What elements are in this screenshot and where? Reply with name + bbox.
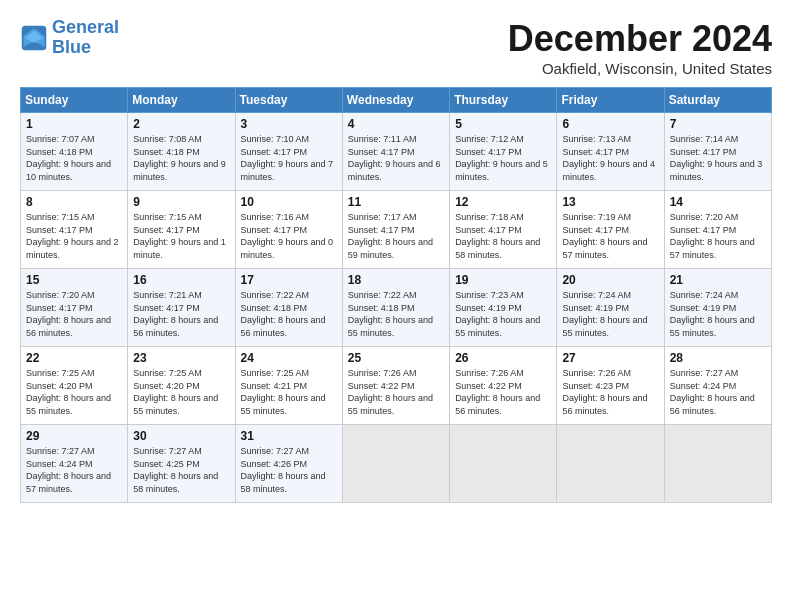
day-cell: 4 Sunrise: 7:11 AMSunset: 4:17 PMDayligh… <box>342 113 449 191</box>
day-number: 20 <box>562 273 659 287</box>
col-header-thursday: Thursday <box>450 88 557 113</box>
day-cell: 3 Sunrise: 7:10 AMSunset: 4:17 PMDayligh… <box>235 113 342 191</box>
day-cell <box>450 425 557 503</box>
day-info: Sunrise: 7:21 AMSunset: 4:17 PMDaylight:… <box>133 289 230 339</box>
day-info: Sunrise: 7:15 AMSunset: 4:17 PMDaylight:… <box>133 211 230 261</box>
day-info: Sunrise: 7:24 AMSunset: 4:19 PMDaylight:… <box>670 289 767 339</box>
day-cell: 30 Sunrise: 7:27 AMSunset: 4:25 PMDaylig… <box>128 425 235 503</box>
day-number: 21 <box>670 273 767 287</box>
logo: General Blue <box>20 18 119 58</box>
day-cell: 2 Sunrise: 7:08 AMSunset: 4:18 PMDayligh… <box>128 113 235 191</box>
day-info: Sunrise: 7:27 AMSunset: 4:26 PMDaylight:… <box>241 445 338 495</box>
day-info: Sunrise: 7:10 AMSunset: 4:17 PMDaylight:… <box>241 133 338 183</box>
day-info: Sunrise: 7:25 AMSunset: 4:20 PMDaylight:… <box>26 367 123 417</box>
day-number: 27 <box>562 351 659 365</box>
day-info: Sunrise: 7:20 AMSunset: 4:17 PMDaylight:… <box>670 211 767 261</box>
day-cell: 27 Sunrise: 7:26 AMSunset: 4:23 PMDaylig… <box>557 347 664 425</box>
day-number: 31 <box>241 429 338 443</box>
calendar-table: SundayMondayTuesdayWednesdayThursdayFrid… <box>20 87 772 503</box>
week-row-4: 29 Sunrise: 7:27 AMSunset: 4:24 PMDaylig… <box>21 425 772 503</box>
day-number: 25 <box>348 351 445 365</box>
col-header-friday: Friday <box>557 88 664 113</box>
day-cell: 8 Sunrise: 7:15 AMSunset: 4:17 PMDayligh… <box>21 191 128 269</box>
day-number: 7 <box>670 117 767 131</box>
day-info: Sunrise: 7:27 AMSunset: 4:24 PMDaylight:… <box>670 367 767 417</box>
day-number: 10 <box>241 195 338 209</box>
day-number: 3 <box>241 117 338 131</box>
day-cell: 1 Sunrise: 7:07 AMSunset: 4:18 PMDayligh… <box>21 113 128 191</box>
day-info: Sunrise: 7:23 AMSunset: 4:19 PMDaylight:… <box>455 289 552 339</box>
day-info: Sunrise: 7:19 AMSunset: 4:17 PMDaylight:… <box>562 211 659 261</box>
day-cell: 28 Sunrise: 7:27 AMSunset: 4:24 PMDaylig… <box>664 347 771 425</box>
day-cell <box>664 425 771 503</box>
day-cell: 19 Sunrise: 7:23 AMSunset: 4:19 PMDaylig… <box>450 269 557 347</box>
day-info: Sunrise: 7:20 AMSunset: 4:17 PMDaylight:… <box>26 289 123 339</box>
day-cell: 10 Sunrise: 7:16 AMSunset: 4:17 PMDaylig… <box>235 191 342 269</box>
day-number: 6 <box>562 117 659 131</box>
day-number: 18 <box>348 273 445 287</box>
day-cell <box>557 425 664 503</box>
col-header-tuesday: Tuesday <box>235 88 342 113</box>
day-number: 26 <box>455 351 552 365</box>
logo-icon <box>20 24 48 52</box>
day-info: Sunrise: 7:26 AMSunset: 4:23 PMDaylight:… <box>562 367 659 417</box>
day-number: 28 <box>670 351 767 365</box>
day-number: 8 <box>26 195 123 209</box>
day-cell: 13 Sunrise: 7:19 AMSunset: 4:17 PMDaylig… <box>557 191 664 269</box>
day-info: Sunrise: 7:08 AMSunset: 4:18 PMDaylight:… <box>133 133 230 183</box>
day-info: Sunrise: 7:18 AMSunset: 4:17 PMDaylight:… <box>455 211 552 261</box>
week-row-3: 22 Sunrise: 7:25 AMSunset: 4:20 PMDaylig… <box>21 347 772 425</box>
day-cell: 17 Sunrise: 7:22 AMSunset: 4:18 PMDaylig… <box>235 269 342 347</box>
day-info: Sunrise: 7:22 AMSunset: 4:18 PMDaylight:… <box>348 289 445 339</box>
day-info: Sunrise: 7:13 AMSunset: 4:17 PMDaylight:… <box>562 133 659 183</box>
day-cell: 9 Sunrise: 7:15 AMSunset: 4:17 PMDayligh… <box>128 191 235 269</box>
header: General Blue December 2024 Oakfield, Wis… <box>20 18 772 77</box>
col-header-monday: Monday <box>128 88 235 113</box>
day-number: 29 <box>26 429 123 443</box>
day-number: 11 <box>348 195 445 209</box>
col-header-saturday: Saturday <box>664 88 771 113</box>
logo-line1: General <box>52 17 119 37</box>
day-cell: 26 Sunrise: 7:26 AMSunset: 4:22 PMDaylig… <box>450 347 557 425</box>
day-cell: 14 Sunrise: 7:20 AMSunset: 4:17 PMDaylig… <box>664 191 771 269</box>
day-cell: 11 Sunrise: 7:17 AMSunset: 4:17 PMDaylig… <box>342 191 449 269</box>
day-cell: 21 Sunrise: 7:24 AMSunset: 4:19 PMDaylig… <box>664 269 771 347</box>
day-cell: 12 Sunrise: 7:18 AMSunset: 4:17 PMDaylig… <box>450 191 557 269</box>
day-info: Sunrise: 7:12 AMSunset: 4:17 PMDaylight:… <box>455 133 552 183</box>
day-cell: 22 Sunrise: 7:25 AMSunset: 4:20 PMDaylig… <box>21 347 128 425</box>
day-cell: 29 Sunrise: 7:27 AMSunset: 4:24 PMDaylig… <box>21 425 128 503</box>
day-info: Sunrise: 7:25 AMSunset: 4:21 PMDaylight:… <box>241 367 338 417</box>
day-cell <box>342 425 449 503</box>
day-info: Sunrise: 7:16 AMSunset: 4:17 PMDaylight:… <box>241 211 338 261</box>
day-number: 9 <box>133 195 230 209</box>
day-info: Sunrise: 7:15 AMSunset: 4:17 PMDaylight:… <box>26 211 123 261</box>
day-cell: 6 Sunrise: 7:13 AMSunset: 4:17 PMDayligh… <box>557 113 664 191</box>
day-number: 30 <box>133 429 230 443</box>
month-title: December 2024 <box>508 18 772 60</box>
page: General Blue December 2024 Oakfield, Wis… <box>0 0 792 513</box>
location: Oakfield, Wisconsin, United States <box>508 60 772 77</box>
day-info: Sunrise: 7:26 AMSunset: 4:22 PMDaylight:… <box>348 367 445 417</box>
day-number: 19 <box>455 273 552 287</box>
day-info: Sunrise: 7:27 AMSunset: 4:24 PMDaylight:… <box>26 445 123 495</box>
week-row-0: 1 Sunrise: 7:07 AMSunset: 4:18 PMDayligh… <box>21 113 772 191</box>
day-info: Sunrise: 7:11 AMSunset: 4:17 PMDaylight:… <box>348 133 445 183</box>
day-cell: 16 Sunrise: 7:21 AMSunset: 4:17 PMDaylig… <box>128 269 235 347</box>
day-number: 4 <box>348 117 445 131</box>
logo-line2: Blue <box>52 37 91 57</box>
day-number: 16 <box>133 273 230 287</box>
week-row-1: 8 Sunrise: 7:15 AMSunset: 4:17 PMDayligh… <box>21 191 772 269</box>
day-number: 1 <box>26 117 123 131</box>
day-number: 22 <box>26 351 123 365</box>
day-cell: 31 Sunrise: 7:27 AMSunset: 4:26 PMDaylig… <box>235 425 342 503</box>
week-row-2: 15 Sunrise: 7:20 AMSunset: 4:17 PMDaylig… <box>21 269 772 347</box>
day-number: 24 <box>241 351 338 365</box>
day-cell: 25 Sunrise: 7:26 AMSunset: 4:22 PMDaylig… <box>342 347 449 425</box>
day-info: Sunrise: 7:26 AMSunset: 4:22 PMDaylight:… <box>455 367 552 417</box>
day-info: Sunrise: 7:25 AMSunset: 4:20 PMDaylight:… <box>133 367 230 417</box>
day-cell: 24 Sunrise: 7:25 AMSunset: 4:21 PMDaylig… <box>235 347 342 425</box>
day-cell: 20 Sunrise: 7:24 AMSunset: 4:19 PMDaylig… <box>557 269 664 347</box>
day-number: 14 <box>670 195 767 209</box>
day-cell: 18 Sunrise: 7:22 AMSunset: 4:18 PMDaylig… <box>342 269 449 347</box>
day-number: 12 <box>455 195 552 209</box>
